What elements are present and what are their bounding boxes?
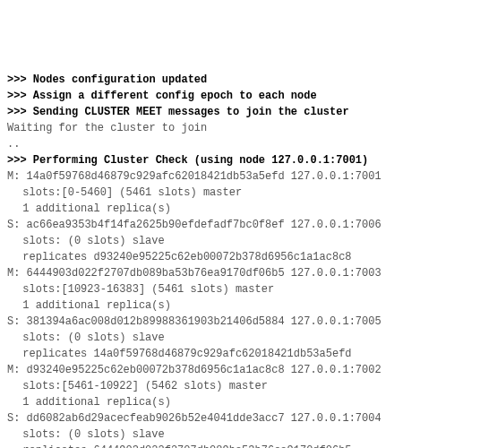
terminal-line: M: 6444903d022f2707db089ba53b76ea9170df0… <box>7 265 490 281</box>
terminal-line: M: d93240e95225c62eb00072b378d6956c1a1ac… <box>7 362 490 378</box>
terminal-line: >>> Performing Cluster Check (using node… <box>7 152 490 168</box>
terminal-line: replicates 14a0f59768d46879c929afc620184… <box>22 346 490 362</box>
terminal-line: M: 14a0f59768d46879c929afc62018421db53a5… <box>7 168 490 185</box>
terminal-line: >>> Nodes configuration updated <box>7 72 490 88</box>
terminal-line: 1 additional replica(s) <box>22 297 490 314</box>
terminal-line: slots: (0 slots) slave <box>22 330 490 346</box>
terminal-line: slots: (0 slots) slave <box>22 426 490 443</box>
terminal-line: .. <box>7 136 490 152</box>
terminal-line: replicates 6444903d022f2707db089ba53b76e… <box>22 443 490 448</box>
terminal-output: >>> Nodes configuration updated>>> Assig… <box>7 72 490 448</box>
terminal-line: slots: (0 slots) slave <box>22 233 490 249</box>
terminal-line: Waiting for the cluster to join <box>7 120 490 136</box>
terminal-line: >>> Sending CLUSTER MEET messages to joi… <box>7 104 490 120</box>
terminal-line: replicates d93240e95225c62eb00072b378d69… <box>22 249 490 265</box>
terminal-line: slots:[10923-16383] (5461 slots) master <box>22 281 490 297</box>
terminal-line: S: 381394a6ac008d012b89988361903b21406d5… <box>7 314 490 330</box>
terminal-line: 1 additional replica(s) <box>22 394 490 410</box>
terminal-line: 1 additional replica(s) <box>22 201 490 217</box>
terminal-line: slots:[0-5460] (5461 slots) master <box>22 185 490 201</box>
terminal-line: S: ac66ea9353b4f14fa2625b90efdefadf7bc0f… <box>7 217 490 233</box>
terminal-line: slots:[5461-10922] (5462 slots) master <box>22 378 490 394</box>
terminal-line: S: dd6082ab6d29acecfeab9026b52e4041dde3a… <box>7 410 490 426</box>
terminal-line: >>> Assign a different config epoch to e… <box>7 88 490 104</box>
